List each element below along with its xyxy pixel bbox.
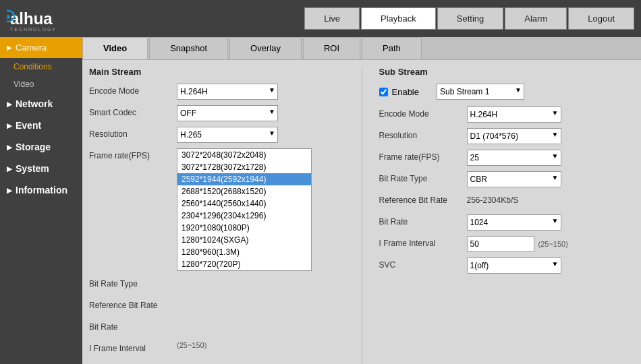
- sub-svc-label: SVC: [379, 257, 467, 270]
- svg-text:a: a: [7, 13, 10, 20]
- iframe-label: I Frame Interval: [89, 341, 177, 353]
- sub-resolution-row: Resolution D1 (704*576): [379, 128, 635, 144]
- sub-iframe-label: I Frame Interval: [379, 236, 467, 248]
- sidebar-item-video[interactable]: Video: [0, 75, 82, 93]
- dropdown-item-6[interactable]: 1920*1080(1080P): [177, 222, 311, 234]
- sidebar-item-conditions[interactable]: Conditions: [0, 58, 82, 75]
- sub-iframe-control: (25~150): [467, 236, 635, 252]
- resolution-label: Resolution: [89, 127, 177, 139]
- main-stream-title: Main Stream: [89, 67, 345, 77]
- smart-codec-label: Smart Codec: [89, 105, 177, 117]
- sub-resolution-select-wrap: D1 (704*576): [467, 128, 561, 144]
- bit-rate-row: Bit Rate: [89, 320, 345, 336]
- dropdown-item-7[interactable]: 1280*1024(SXGA): [177, 234, 311, 246]
- ref-bit-rate-label: Reference Bit Rate: [89, 298, 177, 310]
- sidebar-item-storage[interactable]: ▶ Storage: [0, 136, 82, 158]
- sidebar-item-network[interactable]: ▶ Network: [0, 93, 82, 115]
- resolution-dropdown[interactable]: 3072*2048(3072x2048) 3072*1728(3072x1728…: [177, 148, 312, 271]
- sub-iframe-range: (25~150): [538, 240, 568, 248]
- sub-svc-control: 1(off): [467, 257, 635, 274]
- tab-snapshot[interactable]: Snapshot: [149, 37, 228, 59]
- smart-codec-control: OFF: [177, 105, 345, 121]
- logout-button[interactable]: Logout: [568, 7, 634, 30]
- sub-encode-mode-row: Encode Mode H.264H: [379, 107, 635, 123]
- sub-frame-rate-label: Frame rate(FPS): [379, 150, 467, 162]
- sub-resolution-label: Resolution: [379, 128, 467, 140]
- sub-encode-mode-label: Encode Mode: [379, 107, 467, 119]
- sub-bit-rate-type-control: CBR: [467, 171, 635, 187]
- sub-fps-select[interactable]: 25: [467, 150, 561, 166]
- vertical-divider: [362, 67, 362, 364]
- sub-frame-rate-row: Frame rate(FPS) 25: [379, 150, 635, 166]
- dropdown-item-5[interactable]: 2304*1296(2304x1296): [177, 210, 311, 222]
- resolution-select[interactable]: H.265: [177, 127, 278, 143]
- logo: alhua TECHNOLOGY a: [7, 5, 94, 32]
- alarm-button[interactable]: Alarm: [505, 7, 567, 30]
- sub-bit-rate-type-select[interactable]: CBR: [467, 171, 561, 187]
- iframe-row: I Frame Interval (25~150): [89, 341, 345, 357]
- bit-rate-label: Bit Rate: [89, 320, 177, 332]
- sub-bit-rate-type-label: Bit Rate Type: [379, 171, 467, 183]
- dropdown-item-3[interactable]: 2688*1520(2688x1520): [177, 185, 311, 198]
- sub-svc-select[interactable]: 1(off): [467, 257, 561, 274]
- resolution-row: Resolution H.265: [89, 127, 345, 143]
- frame-rate-control: 3072*2048(3072x2048) 3072*1728(3072x1728…: [177, 148, 345, 271]
- dropdown-item-8[interactable]: 1280*960(1.3M): [177, 246, 311, 258]
- tab-video[interactable]: Video: [82, 37, 148, 59]
- sub-ref-bit-rate-label: Reference Bit Rate: [379, 193, 467, 205]
- dropdown-item-9[interactable]: 1280*720(720P): [177, 258, 311, 270]
- sidebar-item-information[interactable]: ▶ Information: [0, 179, 82, 201]
- dropdown-item-1[interactable]: 3072*1728(3072x1728): [177, 161, 311, 173]
- tab-path[interactable]: Path: [362, 37, 422, 59]
- encode-mode-label: Encode Mode: [89, 84, 177, 96]
- bit-rate-type-row: Bit Rate Type: [89, 276, 345, 293]
- smart-codec-select[interactable]: OFF: [177, 105, 278, 121]
- encode-mode-select-wrap: H.264H: [177, 84, 278, 100]
- enable-row: Enable Sub Stream 1: [379, 84, 635, 100]
- sidebar: ▶ Camera Conditions Video ▶ Network ▶ Ev…: [0, 37, 82, 364]
- sub-encode-select-wrap: H.264H: [467, 107, 561, 123]
- sub-svc-select-wrap: 1(off): [467, 257, 561, 274]
- sub-fps-select-wrap: 25: [467, 150, 561, 166]
- sub-stream-panel: Sub Stream Enable Sub Stream 1 Encode Mo…: [379, 67, 635, 364]
- sidebar-item-event[interactable]: ▶ Event: [0, 115, 82, 136]
- enable-checkbox[interactable]: [379, 88, 388, 96]
- tab-overlay[interactable]: Overlay: [229, 37, 302, 59]
- encode-mode-select[interactable]: H.264H: [177, 84, 278, 100]
- sub-encode-mode-select[interactable]: H.264H: [467, 107, 561, 123]
- sub-ref-bit-rate-row: Reference Bit Rate 256-2304Kb/S: [379, 193, 635, 209]
- frame-rate-label: Frame rate(FPS): [89, 148, 177, 160]
- sub-iframe-row: I Frame Interval (25~150): [379, 236, 635, 252]
- sub-ref-bit-rate-value: 256-2304Kb/S: [467, 193, 635, 205]
- sub-bit-rate-type-select-wrap: CBR: [467, 171, 561, 187]
- sidebar-item-system[interactable]: ▶ System: [0, 158, 82, 179]
- sub-svc-row: SVC 1(off): [379, 257, 635, 274]
- dropdown-item-4[interactable]: 2560*1440(2560x1440): [177, 198, 311, 210]
- svg-text:alhua: alhua: [10, 9, 53, 28]
- setting-button[interactable]: Setting: [437, 7, 503, 30]
- sub-encode-mode-control: H.264H: [467, 107, 635, 123]
- sub-bit-rate-select[interactable]: 1024: [467, 214, 561, 231]
- bit-rate-type-label: Bit Rate Type: [89, 276, 177, 289]
- playback-button[interactable]: Playback: [361, 7, 436, 30]
- form-area: Main Stream Encode Mode H.264H Smart Co: [82, 60, 641, 364]
- sub-resolution-control: D1 (704*576): [467, 128, 635, 144]
- iframe-control: (25~150): [177, 341, 345, 349]
- sidebar-item-camera[interactable]: ▶ Camera: [0, 37, 82, 58]
- top-nav: alhua TECHNOLOGY a Live Playback Setting…: [0, 0, 641, 37]
- resolution-select-wrap: H.265: [177, 127, 278, 143]
- sub-bit-rate-control: 1024: [467, 214, 635, 231]
- sub-bit-rate-row: Bit Rate 1024: [379, 214, 635, 231]
- dropdown-item-0[interactable]: 3072*2048(3072x2048): [177, 149, 311, 161]
- iframe-range-hint: (25~150): [177, 341, 206, 349]
- tab-roi[interactable]: ROI: [303, 37, 360, 59]
- stream-select[interactable]: Sub Stream 1: [437, 84, 524, 100]
- content-area: Video Snapshot Overlay ROI Path Main Str…: [82, 37, 641, 364]
- sub-iframe-input[interactable]: [467, 236, 534, 252]
- live-button[interactable]: Live: [304, 7, 360, 30]
- nav-buttons: Live Playback Setting Alarm Logout: [304, 7, 634, 30]
- encode-mode-control: H.264H: [177, 84, 345, 100]
- sub-stream-title: Sub Stream: [379, 67, 635, 77]
- sub-resolution-select[interactable]: D1 (704*576): [467, 128, 561, 144]
- dropdown-item-2[interactable]: 2592*1944(2592x1944): [177, 173, 311, 185]
